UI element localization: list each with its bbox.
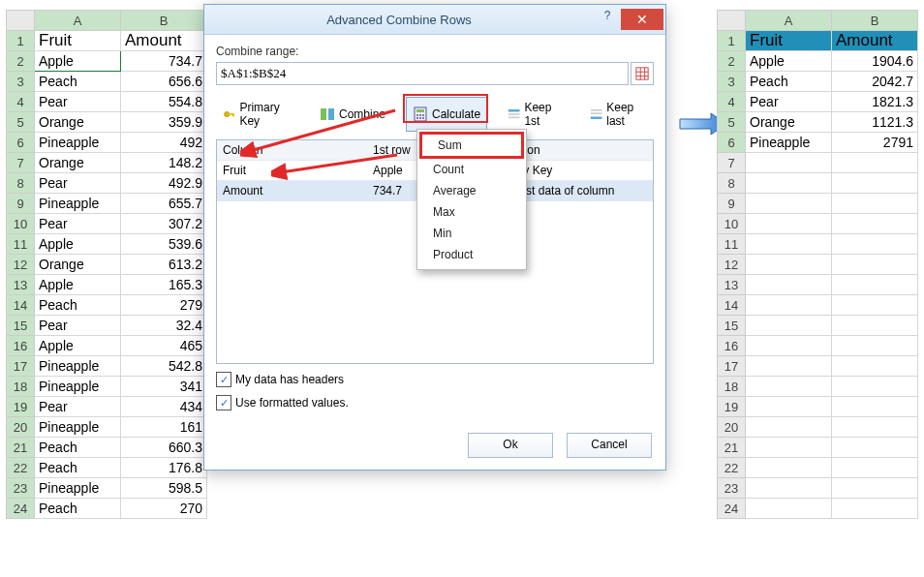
keep-first-button[interactable]: Keep 1st — [501, 97, 570, 132]
formatted-checkbox[interactable]: ✓ — [216, 395, 231, 410]
calculate-button[interactable]: Calculate — [406, 97, 487, 132]
empty-cell[interactable] — [832, 356, 918, 377]
cell-fruit[interactable]: Pineapple — [35, 133, 121, 153]
cell-amount[interactable]: 434 — [121, 397, 207, 417]
col-header-b[interactable]: B — [832, 11, 918, 31]
dropdown-item-count[interactable]: Count — [417, 159, 526, 180]
empty-cell[interactable] — [832, 275, 918, 295]
row-header[interactable]: 17 — [718, 356, 746, 377]
row-header[interactable]: 1 — [718, 31, 746, 51]
empty-cell[interactable] — [746, 316, 832, 336]
row-header[interactable]: 19 — [718, 397, 746, 417]
empty-cell[interactable] — [746, 458, 832, 478]
select-all-cell[interactable] — [7, 11, 35, 31]
cell-amount[interactable]: 341 — [121, 377, 207, 397]
empty-cell[interactable] — [746, 255, 832, 275]
row-header[interactable]: 16 — [718, 336, 746, 356]
row-header[interactable]: 14 — [718, 295, 746, 316]
header-amount[interactable]: Amount — [832, 31, 918, 51]
empty-cell[interactable] — [832, 234, 918, 255]
empty-cell[interactable] — [832, 417, 918, 438]
cell-amount[interactable]: 613.2 — [121, 255, 207, 275]
dropdown-item-sum[interactable]: Sum — [419, 132, 524, 159]
row-header[interactable]: 9 — [718, 194, 746, 214]
empty-cell[interactable] — [832, 438, 918, 458]
cell-fruit[interactable]: Apple — [35, 275, 121, 295]
cell-amount[interactable]: 359.9 — [121, 112, 207, 133]
dropdown-item-min[interactable]: Min — [417, 223, 526, 244]
ok-button[interactable]: Ok — [468, 433, 553, 458]
row-header[interactable]: 24 — [718, 499, 746, 519]
cell-amount[interactable]: 161 — [121, 417, 207, 438]
empty-cell[interactable] — [746, 356, 832, 377]
row-header[interactable]: 8 — [718, 173, 746, 194]
cancel-button[interactable]: Cancel — [567, 433, 652, 458]
row-header[interactable]: 10 — [7, 214, 35, 234]
empty-cell[interactable] — [746, 478, 832, 499]
empty-cell[interactable] — [832, 255, 918, 275]
header-fruit[interactable]: Fruit — [746, 31, 832, 51]
cell-fruit[interactable]: Peach — [746, 72, 832, 92]
empty-cell[interactable] — [832, 336, 918, 356]
row-header[interactable]: 10 — [718, 214, 746, 234]
col-header-a[interactable]: A — [35, 11, 121, 31]
row-header[interactable]: 5 — [7, 112, 35, 133]
row-header[interactable]: 4 — [7, 92, 35, 112]
empty-cell[interactable] — [746, 336, 832, 356]
cell-amount[interactable]: 148.2 — [121, 153, 207, 173]
empty-cell[interactable] — [832, 153, 918, 173]
empty-cell[interactable] — [746, 234, 832, 255]
cell-fruit[interactable]: Orange — [746, 112, 832, 133]
row-header[interactable]: 6 — [7, 133, 35, 153]
cell-fruit[interactable]: Peach — [35, 438, 121, 458]
row-header[interactable]: 24 — [7, 499, 35, 519]
headers-checkbox[interactable]: ✓ — [216, 372, 231, 387]
combine-range-input[interactable] — [216, 62, 629, 85]
cell-fruit[interactable]: Pineapple — [35, 478, 121, 499]
row-header[interactable]: 20 — [7, 417, 35, 438]
cell-fruit[interactable]: Orange — [35, 153, 121, 173]
row-header[interactable]: 21 — [718, 438, 746, 458]
cell-amount[interactable]: 492.9 — [121, 173, 207, 194]
col-header-b[interactable]: B — [121, 11, 207, 31]
row-header[interactable]: 18 — [718, 377, 746, 397]
row-header[interactable]: 23 — [7, 478, 35, 499]
col-header-a[interactable]: A — [746, 11, 832, 31]
dropdown-item-product[interactable]: Product — [417, 244, 526, 265]
help-button[interactable]: ? — [594, 9, 621, 30]
empty-cell[interactable] — [832, 377, 918, 397]
cell-fruit[interactable]: Pineapple — [35, 377, 121, 397]
empty-cell[interactable] — [832, 397, 918, 417]
empty-cell[interactable] — [832, 214, 918, 234]
cell-fruit[interactable]: Peach — [35, 295, 121, 316]
cell-fruit[interactable]: Orange — [35, 112, 121, 133]
cell-amount[interactable]: 176.8 — [121, 458, 207, 478]
close-button[interactable]: ✕ — [621, 9, 663, 30]
cell-fruit[interactable]: Pear — [35, 316, 121, 336]
row-header[interactable]: 5 — [718, 112, 746, 133]
cell-amount[interactable]: 1821.3 — [832, 92, 918, 112]
row-header[interactable]: 13 — [718, 275, 746, 295]
cell-amount[interactable]: 465 — [121, 336, 207, 356]
empty-cell[interactable] — [746, 377, 832, 397]
cell-fruit[interactable]: Peach — [35, 499, 121, 519]
empty-cell[interactable] — [746, 194, 832, 214]
cell-fruit[interactable]: Apple — [35, 336, 121, 356]
cell-fruit[interactable]: Pear — [35, 214, 121, 234]
cell-amount[interactable]: 307.2 — [121, 214, 207, 234]
cell-fruit[interactable]: Pear — [35, 173, 121, 194]
keep-last-button[interactable]: Keep last — [583, 97, 654, 132]
row-header[interactable]: 21 — [7, 438, 35, 458]
row-header[interactable]: 12 — [7, 255, 35, 275]
header-fruit[interactable]: Fruit — [35, 31, 121, 51]
row-header[interactable]: 6 — [718, 133, 746, 153]
empty-cell[interactable] — [746, 438, 832, 458]
cell-amount[interactable]: 1121.3 — [832, 112, 918, 133]
cell-fruit[interactable]: Pineapple — [35, 356, 121, 377]
cell-fruit[interactable]: Pear — [35, 397, 121, 417]
empty-cell[interactable] — [832, 295, 918, 316]
cell-amount[interactable]: 656.6 — [121, 72, 207, 92]
row-header[interactable]: 19 — [7, 397, 35, 417]
empty-cell[interactable] — [832, 458, 918, 478]
cell-fruit[interactable]: Apple — [746, 51, 832, 72]
